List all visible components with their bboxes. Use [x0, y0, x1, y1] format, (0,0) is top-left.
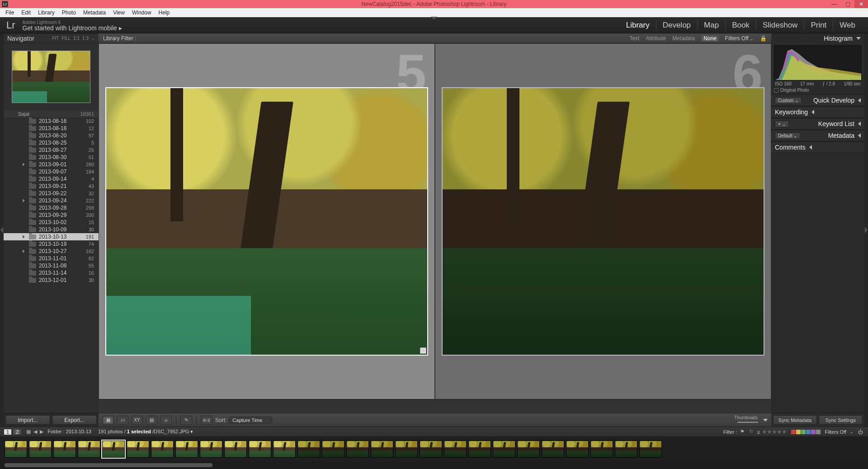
folder-row[interactable]: 2013-09-28298: [4, 204, 99, 211]
menu-edit[interactable]: Edit: [18, 9, 34, 16]
folder-row[interactable]: 2013-08-255: [4, 139, 99, 146]
menu-library[interactable]: Library: [34, 9, 58, 16]
expand-icon[interactable]: [23, 163, 25, 166]
filmstrip-thumb[interactable]: [395, 441, 418, 458]
status-filters-off[interactable]: Filters Off: [825, 429, 846, 435]
histogram[interactable]: [774, 45, 862, 80]
filmstrip-thumb[interactable]: [468, 441, 491, 458]
navigator-header[interactable]: Navigator FITFILL1:11:3⌄: [4, 33, 99, 43]
color-swatch[interactable]: [816, 430, 821, 434]
filmstrip-thumb[interactable]: [542, 441, 564, 458]
grid-icon[interactable]: ▦: [26, 429, 31, 435]
color-label-swatches[interactable]: [791, 430, 821, 434]
folder-row[interactable]: 2013-11-1416: [4, 269, 99, 277]
expand-icon[interactable]: [23, 199, 25, 202]
folder-row[interactable]: 2013-08-2725: [4, 146, 99, 154]
window-minimize[interactable]: —: [827, 0, 841, 8]
view-grid-icon[interactable]: ▦: [102, 416, 114, 425]
identity-tagline[interactable]: Adobe Lightroom 6 Get started with Light…: [22, 19, 122, 31]
filmstrip-thumb[interactable]: [615, 441, 637, 458]
section-preset[interactable]: Default ⌄: [775, 132, 800, 139]
menu-photo[interactable]: Photo: [58, 9, 80, 16]
sync-metadata-button[interactable]: Sync Metadata: [773, 415, 817, 425]
module-slideshow[interactable]: Slideshow: [756, 21, 805, 30]
folder-row[interactable]: 2013-10-0930: [4, 226, 99, 233]
folder-row[interactable]: 2013-09-24222: [4, 197, 99, 204]
sort-direction-icon[interactable]: a↕z: [201, 416, 212, 425]
left-panel-collapse[interactable]: [0, 33, 4, 427]
panel-comments[interactable]: Comments: [771, 141, 864, 153]
folder-row[interactable]: 2013-08-3051: [4, 154, 99, 161]
folder-row[interactable]: 2013-10-27182: [4, 248, 99, 255]
filmstrip-thumb[interactable]: [444, 441, 467, 458]
filmstrip-thumb[interactable]: [322, 441, 344, 458]
color-swatch[interactable]: [791, 430, 796, 434]
filter-lock-icon[interactable]: 🔒: [760, 35, 767, 42]
color-swatch[interactable]: [811, 430, 816, 434]
filmstrip-thumb[interactable]: [102, 441, 125, 458]
sync-settings-button[interactable]: Sync Settings: [819, 415, 863, 425]
menu-metadata[interactable]: Metadata: [80, 9, 109, 16]
view-survey-icon[interactable]: ▤: [146, 416, 157, 425]
section-preset[interactable]: Custom ⌄: [775, 97, 802, 104]
filmstrip-thumb[interactable]: [346, 441, 369, 458]
filters-off-dropdown[interactable]: Filters Off ⌄: [725, 35, 754, 42]
expand-icon[interactable]: [23, 235, 25, 239]
section-preset[interactable]: + ⌄: [775, 121, 789, 127]
menu-view[interactable]: View: [109, 9, 128, 16]
panel-quick-develop[interactable]: Custom ⌄Quick Develop: [771, 94, 864, 106]
expand-icon[interactable]: [23, 249, 25, 253]
filmstrip-thumb[interactable]: [639, 441, 662, 458]
filmstrip-thumb[interactable]: [297, 441, 320, 458]
panel-keywording[interactable]: Keywording: [771, 106, 864, 118]
folder-row[interactable]: 2013-09-07184: [4, 168, 99, 175]
toolbar-menu-icon[interactable]: [763, 419, 768, 422]
filmstrip-thumb[interactable]: [78, 441, 100, 458]
filmstrip-thumb[interactable]: [29, 441, 52, 458]
grid-cell-6[interactable]: 6: [435, 43, 771, 399]
module-print[interactable]: Print: [804, 21, 833, 30]
folder-row[interactable]: 2013-08-2097: [4, 132, 99, 139]
filter-tab-metadata[interactable]: Metadata: [672, 35, 695, 42]
filter-lock-icon[interactable]: ⌄: [849, 429, 854, 435]
color-swatch[interactable]: [796, 430, 801, 434]
folder-row[interactable]: 2013-09-2232: [4, 190, 99, 197]
photo-thumb-6[interactable]: [442, 87, 764, 356]
nav-fwd-icon[interactable]: ▶: [40, 429, 43, 435]
view-compare-icon[interactable]: XY: [131, 416, 143, 425]
folder-row[interactable]: 2013-09-29200: [4, 211, 99, 219]
grid-cell-5[interactable]: 5 ⧉: [99, 43, 435, 399]
original-photo-checkbox[interactable]: Original Photo: [771, 88, 864, 94]
painter-icon[interactable]: ✎: [180, 416, 192, 425]
folder-row[interactable]: 2013-11-0182: [4, 255, 99, 262]
nav-zoom-fit[interactable]: FIT: [52, 36, 59, 41]
filmstrip-thumb[interactable]: [566, 441, 589, 458]
collapse-top-icon[interactable]: [431, 17, 437, 19]
filmstrip-thumb[interactable]: [224, 441, 247, 458]
module-develop[interactable]: Develop: [656, 21, 698, 30]
filmstrip-thumb[interactable]: [127, 441, 149, 458]
navigator-zoom-options[interactable]: FITFILL1:11:3⌄: [52, 36, 95, 41]
filmstrip-thumb[interactable]: [420, 441, 442, 458]
filmstrip-thumb[interactable]: [151, 441, 174, 458]
window-maximize[interactable]: ▢: [841, 0, 854, 8]
filter-tab-none[interactable]: None: [701, 35, 719, 42]
filmstrip-thumb[interactable]: [493, 441, 515, 458]
flag-pick-icon[interactable]: ⚑: [740, 429, 745, 435]
breadcrumb[interactable]: Folder : 2013-10-13 191 photos / 1 selec…: [47, 429, 193, 435]
filmstrip-thumb[interactable]: [249, 441, 271, 458]
flag-reject-icon[interactable]: ⚐: [749, 429, 754, 435]
menu-file[interactable]: File: [2, 9, 18, 16]
filmstrip-thumb[interactable]: [273, 441, 296, 458]
filter-tab-text[interactable]: Text: [629, 35, 639, 42]
folder-row[interactable]: 2013-08-16102: [4, 117, 99, 125]
filter-switch-icon[interactable]: ⏻: [858, 429, 863, 435]
histogram-header[interactable]: Histogram: [771, 33, 864, 43]
navigator-preview[interactable]: [12, 51, 90, 103]
color-swatch[interactable]: [806, 430, 811, 434]
panel-keyword-list[interactable]: + ⌄Keyword List: [771, 118, 864, 130]
panel-metadata[interactable]: Default ⌄Metadata: [771, 130, 864, 141]
filmstrip-thumb[interactable]: [371, 441, 393, 458]
folder-row[interactable]: 2013-10-13191: [4, 233, 99, 240]
filmstrip[interactable]: [0, 436, 868, 462]
